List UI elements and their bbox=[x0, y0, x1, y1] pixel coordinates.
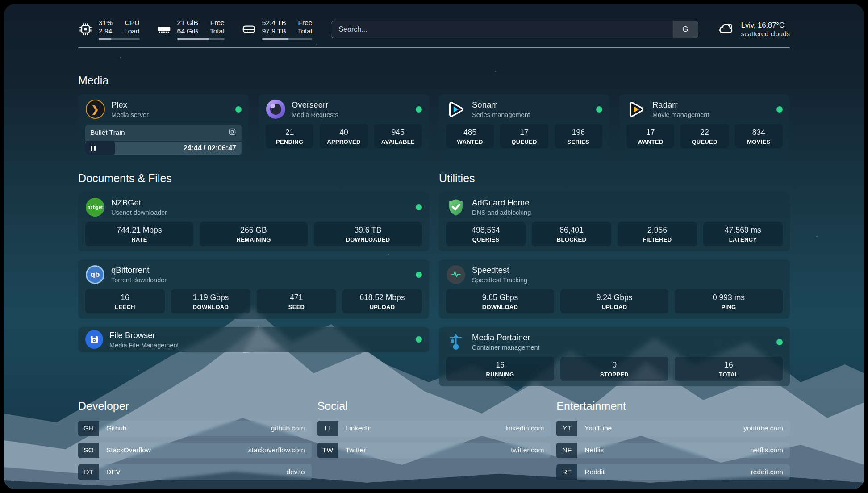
topbar-divider bbox=[78, 47, 790, 48]
search-provider-button[interactable]: G bbox=[673, 21, 698, 38]
plex-progress-bar: 24:44 / 02:06:47 bbox=[85, 142, 242, 155]
section-heading-media: Media bbox=[78, 74, 790, 87]
cpu-icon bbox=[78, 22, 93, 36]
bookmark-link[interactable]: LI LinkedIn linkedin.com bbox=[317, 421, 551, 436]
search-bar: G bbox=[331, 21, 698, 38]
stat-label: RUNNING bbox=[449, 371, 551, 378]
weather-widget: Lviv, 16.87°C scattered clouds bbox=[717, 20, 790, 39]
bookmark-link[interactable]: SO StackOverflow stackoverflow.com bbox=[78, 443, 312, 458]
app-subtitle: Speedtest Tracking bbox=[472, 276, 783, 284]
disk-total-label: Total bbox=[298, 27, 313, 36]
disk-total-value: 97.9 TB bbox=[262, 27, 286, 36]
status-dot-online bbox=[235, 106, 242, 113]
disk-free-label: Free bbox=[298, 19, 313, 27]
stat-label: WANTED bbox=[629, 138, 672, 145]
bookmark-abbr-badge: SO bbox=[78, 443, 99, 458]
stat-value: 47.569 ms bbox=[706, 226, 780, 235]
filebrowser-card[interactable]: File Browser Media File Management bbox=[78, 327, 429, 352]
ram-icon bbox=[157, 22, 171, 37]
bookmark-abbr-badge: GH bbox=[78, 421, 99, 436]
stat-value: 16 bbox=[88, 293, 162, 302]
stat-box: 1.19 Gbps DOWNLOAD bbox=[171, 289, 250, 313]
bookmark-name: Netflix bbox=[577, 443, 750, 458]
bookmark-name: Twitter bbox=[338, 443, 511, 458]
nzbget-card[interactable]: nzbget NZBGet Usenet downloader bbox=[78, 192, 429, 251]
app-name: Plex bbox=[111, 100, 229, 110]
stat-value: 471 bbox=[259, 293, 334, 302]
stat-box: 9.24 Gbps UPLOAD bbox=[560, 289, 668, 313]
app-name: AdGuard Home bbox=[472, 198, 783, 208]
speedtest-card[interactable]: Speedtest Speedtest Tracking 9.65 Gbps D… bbox=[439, 259, 790, 319]
cpu-stats-widget: 31% 2.94 CPU Load bbox=[78, 19, 140, 40]
ram-total-value: 64 GiB bbox=[177, 27, 198, 36]
bookmark-link[interactable]: YT YouTube youtube.com bbox=[556, 421, 790, 436]
stat-box: 17 QUEUED bbox=[500, 124, 548, 148]
app-subtitle: Media File Management bbox=[109, 342, 409, 349]
adguard-card[interactable]: AdGuard Home DNS and adblocking 498,564 … bbox=[439, 192, 790, 251]
bookmark-link[interactable]: DT DEV dev.to bbox=[78, 464, 312, 480]
bookmark-link[interactable]: NF Netflix netflix.com bbox=[556, 443, 790, 458]
stat-value: 744.21 Mbps bbox=[88, 226, 191, 235]
bookmark-name: DEV bbox=[99, 464, 287, 480]
bookmark-url: reddit.com bbox=[751, 464, 790, 480]
app-name: Speedtest bbox=[472, 265, 783, 275]
adguard-logo-icon bbox=[446, 197, 466, 217]
bookmark-url: stackoverflow.com bbox=[248, 443, 312, 458]
app-name: qBittorrent bbox=[111, 265, 409, 275]
portainer-card[interactable]: Media Portainer Container management 16 … bbox=[439, 327, 790, 386]
nzbget-logo-icon: nzbget bbox=[85, 197, 105, 217]
disk-icon bbox=[242, 22, 256, 37]
stat-label: QUEUED bbox=[683, 138, 726, 145]
overseerr-card[interactable]: Overseerr Media Requests 21 PENDING bbox=[259, 94, 429, 160]
stat-box: 471 SEED bbox=[257, 289, 336, 313]
now-playing-title: Bullet Train bbox=[90, 129, 125, 137]
app-name: NZBGet bbox=[111, 198, 409, 208]
stat-box: 16 RUNNING bbox=[446, 357, 554, 381]
ram-free-value: 21 GiB bbox=[177, 19, 198, 27]
bookmark-link[interactable]: TW Twitter twitter.com bbox=[317, 443, 551, 458]
stat-label: WANTED bbox=[449, 138, 491, 145]
stat-value: 17 bbox=[503, 128, 545, 137]
app-name: Overseerr bbox=[292, 100, 409, 110]
weather-location-temp: Lviv, 16.87°C bbox=[741, 21, 790, 30]
search-input[interactable] bbox=[331, 21, 672, 38]
bookmark-link[interactable]: GH Github github.com bbox=[78, 421, 312, 436]
overseerr-logo-icon bbox=[266, 100, 285, 119]
stat-value: 834 bbox=[738, 128, 780, 137]
bookmark-url: twitter.com bbox=[511, 443, 551, 458]
plex-card[interactable]: ❯ Plex Media server Bullet Train bbox=[78, 94, 249, 160]
bookmark-abbr-badge: TW bbox=[317, 443, 338, 458]
section-heading-documents: Documents & Files bbox=[78, 172, 429, 185]
sonarr-logo-icon bbox=[446, 100, 466, 119]
status-dot-online bbox=[776, 106, 783, 113]
stat-box: 16 TOTAL bbox=[675, 357, 783, 381]
stat-label: SEED bbox=[259, 304, 334, 310]
radarr-card[interactable]: Radarr Movie management 17 WANTED bbox=[619, 94, 790, 160]
weather-condition: scattered clouds bbox=[741, 30, 790, 38]
bookmark-abbr-badge: NF bbox=[556, 443, 577, 458]
session-icon bbox=[228, 127, 237, 138]
qbittorrent-card[interactable]: qb qBittorrent Torrent downloader bbox=[78, 259, 429, 319]
bookmark-abbr-badge: YT bbox=[556, 421, 577, 436]
stat-label: PING bbox=[677, 304, 780, 310]
stat-box: 9.65 Gbps DOWNLOAD bbox=[446, 289, 554, 313]
stat-box: 498,564 QUERIES bbox=[446, 222, 526, 246]
stat-box: 16 LEECH bbox=[85, 289, 165, 313]
status-dot-online bbox=[416, 106, 422, 113]
radarr-logo-icon bbox=[626, 100, 646, 119]
bookmark-name: LinkedIn bbox=[338, 421, 506, 436]
pause-icon bbox=[91, 146, 96, 151]
stat-box: 21 PENDING bbox=[266, 124, 313, 148]
stat-value: 196 bbox=[557, 128, 600, 137]
stat-value: 266 GB bbox=[202, 226, 305, 235]
bookmark-link[interactable]: RE Reddit reddit.com bbox=[556, 464, 790, 480]
bookmark-url: dev.to bbox=[287, 464, 312, 480]
bookmark-name: Github bbox=[99, 421, 271, 436]
bookmark-url: netflix.com bbox=[750, 443, 790, 458]
app-subtitle: Container management bbox=[472, 344, 770, 351]
sonarr-card[interactable]: Sonarr Series management 485 WANTED bbox=[439, 94, 609, 160]
stat-box: 86,401 BLOCKED bbox=[532, 222, 611, 246]
stat-label: DOWNLOAD bbox=[174, 304, 248, 310]
dashboard-background: 31% 2.94 CPU Load bbox=[4, 4, 864, 489]
pause-button[interactable] bbox=[85, 142, 115, 155]
